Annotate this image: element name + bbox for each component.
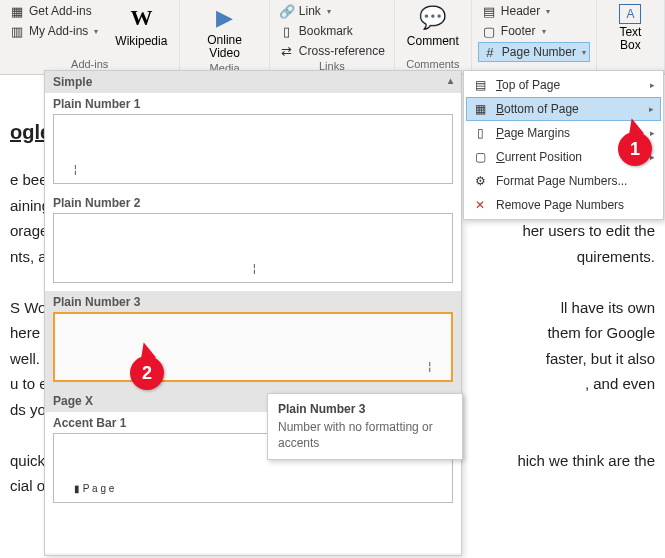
gallery-section-simple: Simple▴ (45, 71, 461, 93)
link-icon: 🔗 (279, 3, 295, 19)
submenu-arrow-icon: ▸ (650, 80, 655, 90)
text-box-button[interactable]: AText Box (603, 2, 658, 54)
format-icon: ⚙ (472, 173, 488, 189)
preview-plain-1: ¦ (53, 114, 453, 184)
chevron-down-icon: ▾ (94, 27, 98, 36)
page-top-icon: ▤ (472, 77, 488, 93)
page-bottom-icon: ▦ (472, 101, 488, 117)
header-button[interactable]: ▤Header▾ (478, 2, 590, 20)
wikipedia-icon: W (127, 4, 155, 32)
video-icon: ▶ (211, 4, 239, 32)
submenu-arrow-icon: ▸ (649, 104, 654, 114)
gallery-item-plain-1[interactable]: Plain Number 1 ¦ (45, 93, 461, 192)
bookmark-button[interactable]: ▯Bookmark (276, 22, 388, 40)
online-video-button[interactable]: ▶Online Video (186, 2, 262, 62)
current-pos-icon: ▢ (472, 149, 488, 165)
page-number-button[interactable]: #Page Number▾ (478, 42, 590, 62)
menu-top-of-page[interactable]: ▤Top of Page▸ (466, 73, 661, 97)
addins-icon: ▦ (9, 3, 25, 19)
preview-plain-2: ¦ (53, 213, 453, 283)
crossref-icon: ⇄ (279, 43, 295, 59)
bookmark-icon: ▯ (279, 23, 295, 39)
chevron-down-icon: ▾ (327, 7, 331, 16)
textbox-icon: A (619, 4, 641, 24)
chevron-down-icon: ▾ (542, 27, 546, 36)
crossref-button[interactable]: ⇄Cross-reference (276, 42, 388, 60)
my-addins-icon: ▥ (9, 23, 25, 39)
footer-icon: ▢ (481, 23, 497, 39)
my-addins-button[interactable]: ▥My Add-ins▾ (6, 22, 101, 40)
preview-plain-3: ¦ (53, 312, 453, 382)
group-text: AText Box (597, 0, 665, 74)
page-margins-icon: ▯ (472, 125, 488, 141)
group-addins: ▦Get Add-ins ▥My Add-ins▾ WWikipedia Add… (0, 0, 180, 74)
menu-remove-page-numbers[interactable]: ✕Remove Page Numbers (466, 193, 661, 217)
remove-icon: ✕ (472, 197, 488, 213)
group-comments: 💬Comment Comments (395, 0, 472, 74)
tooltip-body: Number with no formatting or accents (278, 420, 452, 451)
menu-format-page-numbers[interactable]: ⚙Format Page Numbers... (466, 169, 661, 193)
gallery-item-plain-3[interactable]: Plain Number 3 ¦ (45, 291, 461, 390)
group-media: ▶Online Video Media (180, 0, 269, 74)
ribbon: ▦Get Add-ins ▥My Add-ins▾ WWikipedia Add… (0, 0, 665, 75)
expand-icon[interactable]: ▴ (448, 75, 453, 86)
header-icon: ▤ (481, 3, 497, 19)
get-addins-button[interactable]: ▦Get Add-ins (6, 2, 101, 20)
annotation-marker-2: 2 (130, 356, 164, 390)
page-number-gallery: Simple▴ Plain Number 1 ¦ Plain Number 2 … (44, 70, 462, 556)
wikipedia-button[interactable]: WWikipedia (109, 2, 173, 50)
page-number-icon: # (482, 44, 498, 60)
link-button[interactable]: 🔗Link▾ (276, 2, 388, 20)
group-headerfooter: ▤Header▾ ▢Footer▾ #Page Number▾ (472, 0, 597, 74)
comment-button[interactable]: 💬Comment (401, 2, 465, 50)
chevron-down-icon: ▾ (582, 48, 586, 57)
comment-icon: 💬 (419, 4, 447, 32)
footer-button[interactable]: ▢Footer▾ (478, 22, 590, 40)
gallery-item-plain-2[interactable]: Plain Number 2 ¦ (45, 192, 461, 291)
tooltip-title: Plain Number 3 (278, 402, 452, 416)
group-links: 🔗Link▾ ▯Bookmark ⇄Cross-reference Links (270, 0, 395, 74)
submenu-arrow-icon: ▸ (650, 128, 655, 138)
tooltip-plain-3: Plain Number 3 Number with no formatting… (267, 393, 463, 460)
annotation-marker-1: 1 (618, 132, 652, 166)
chevron-down-icon: ▾ (546, 7, 550, 16)
